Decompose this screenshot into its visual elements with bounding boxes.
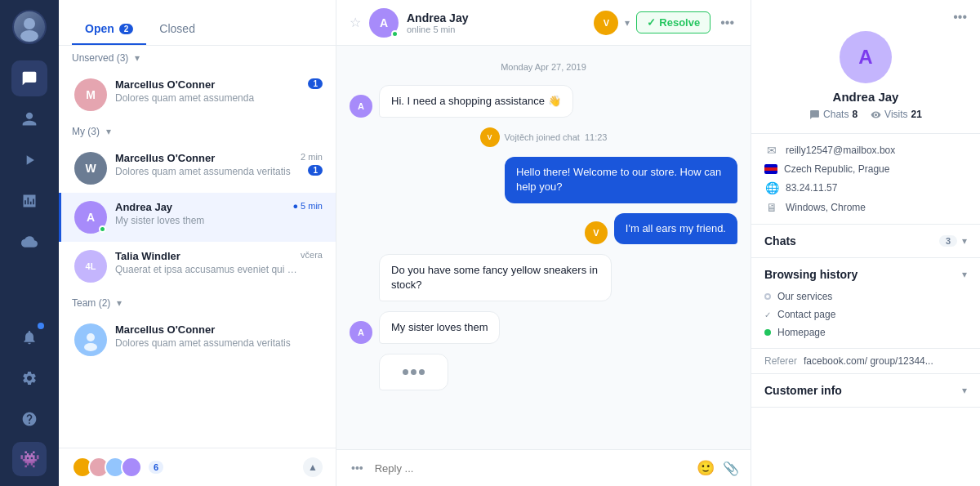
email-icon: ✉ [764, 144, 779, 157]
rp-chats-badge: 3 [939, 235, 957, 247]
resolve-label: Resolve [659, 16, 700, 29]
sidebar-logo[interactable] [12, 10, 47, 44]
rp-ip: 83.24.11.57 [786, 182, 837, 194]
chat-contact-status: online 5 min [407, 25, 586, 34]
rp-browsing-header[interactable]: Browsing history [751, 258, 980, 291]
section-my[interactable]: My (3) ▾ [59, 119, 336, 144]
flag-icon [764, 164, 777, 174]
msg-avatar-m6: A [350, 321, 372, 344]
section-team[interactable]: Team (2) ▾ [59, 291, 336, 315]
conv-info-c4: Talia Windler Quaerat et ipsa accusamus … [115, 250, 301, 275]
star-button[interactable]: ☆ [350, 15, 361, 30]
emoji-button[interactable]: 🙂 [697, 459, 715, 477]
conv-item-c3[interactable]: A Andrea Jay My sister loves them ● 5 mi… [59, 193, 336, 242]
conv-name-c5: Marcellus O'Conner [115, 323, 323, 336]
referer-value: facebook.com/ group/12344... [804, 355, 933, 367]
conv-unread-c1: 1 [308, 78, 323, 89]
history-label-3: Homepage [777, 327, 826, 338]
rp-chats-header[interactable]: Chats 3 [751, 225, 980, 257]
input-tools-button[interactable]: ••• [348, 458, 367, 478]
desktop-icon: 🖥 [764, 201, 779, 214]
msg-text-m4: I'm all ears my friend. [626, 222, 726, 234]
agent-chevron[interactable]: ▾ [625, 17, 630, 29]
sidebar-item-bell[interactable] [11, 319, 47, 355]
rp-stat-visits: Visits 21 [871, 109, 922, 120]
tab-closed[interactable]: Closed [146, 14, 208, 45]
chat-more-button[interactable]: ••• [717, 12, 737, 33]
rp-browsing-chevron [962, 269, 967, 280]
conv-info-c3: Andrea Jay My sister loves them [115, 201, 292, 226]
conversation-list: Unserved (3) ▾ M Marcellus O'Conner Dolo… [59, 46, 336, 448]
rp-customer-section: Customer info [751, 374, 980, 408]
rp-chats-count: 8 [852, 109, 858, 120]
section-unserved-chevron: ▾ [135, 52, 140, 64]
sidebar-item-contacts[interactable] [11, 101, 47, 137]
sidebar-item-cloud[interactable] [11, 224, 47, 260]
conv-item-c1[interactable]: M Marcellus O'Conner Dolores quam amet a… [59, 70, 336, 119]
rp-visits-label: Visits [884, 109, 907, 120]
section-my-chevron: ▾ [106, 126, 111, 137]
conv-preview-c2: Dolores quam amet assumenda veritatis [115, 166, 301, 177]
rp-chats-section: Chats 3 [751, 225, 980, 258]
rp-header: ••• [751, 0, 980, 25]
section-unserved[interactable]: Unserved (3) ▾ [59, 46, 336, 70]
chat-header-actions: V ▾ ✓ Resolve ••• [594, 11, 737, 35]
conv-item-c5[interactable]: Marcellus O'Conner Dolores quam amet ass… [59, 315, 336, 364]
rp-more-button[interactable]: ••• [953, 10, 967, 25]
msg-bubble-m6: My sister loves them [379, 311, 500, 344]
section-team-label: Team (2) [72, 297, 110, 309]
history-item-1: Our services [764, 291, 967, 302]
rp-browsing-title: Browsing history [764, 268, 858, 281]
typing-dot-2 [411, 369, 416, 375]
sidebar-item-help[interactable] [11, 401, 47, 437]
resolve-checkmark: ✓ [647, 16, 656, 29]
msg-bubble-m3: Hello there! Welcome to our store. How c… [505, 157, 737, 203]
svg-point-1 [20, 30, 38, 42]
chat-online-dot [391, 30, 399, 38]
msg-avatar-m1: A [350, 95, 372, 118]
conv-time-c4: včera [301, 250, 323, 260]
resolve-button[interactable]: ✓ Resolve [636, 11, 710, 33]
msg-bubble-m1: Hi. I need a shopping assistance 👋 [379, 85, 573, 118]
conv-item-c4[interactable]: 4L Talia Windler Quaerat et ipsa accusam… [59, 242, 336, 291]
sidebar-item-play[interactable] [11, 142, 47, 178]
reply-input[interactable] [375, 462, 688, 475]
message-m3: Hello there! Welcome to our store. How c… [350, 157, 737, 203]
rp-chats-label: Chats [823, 109, 849, 120]
rp-customer-header[interactable]: Customer info [751, 374, 980, 407]
conv-meta-c3: ● 5 min [292, 201, 323, 211]
sidebar-item-settings[interactable] [11, 360, 47, 396]
chat-input-bar: ••• 🙂 📎 [336, 449, 751, 486]
section-team-chevron: ▾ [117, 297, 122, 309]
sidebar-footer-logo[interactable]: 👾 [12, 442, 47, 476]
collapse-footer-button[interactable]: ▲ [303, 457, 323, 477]
conv-item-c2[interactable]: W Marcellus O'Conner Dolores quam amet a… [59, 144, 336, 193]
rp-visits-count: 21 [911, 109, 922, 120]
rp-ip-row: 🌐 83.24.11.57 [764, 181, 967, 194]
attach-button[interactable]: 📎 [723, 461, 739, 476]
referer-row: Referer facebook.com/ group/12344... [751, 349, 980, 374]
conv-avatar-c4: 4L [74, 250, 107, 283]
rp-location: Czech Republic, Prague [784, 163, 889, 175]
bell-notification-badge [38, 323, 44, 329]
svg-point-2 [87, 333, 95, 341]
message-m4: I'm all ears my friend. V [350, 213, 737, 244]
rp-chats-chevron [962, 235, 967, 247]
assigned-agent-badge[interactable]: V [594, 11, 618, 35]
sidebar-item-chat[interactable] [11, 60, 47, 96]
conversation-tabs: Open 2 Closed [59, 0, 336, 46]
msg-avatar-m4: V [585, 221, 608, 244]
right-panel: ••• A Andrea Jay Chats 8 Visits 21 ✉ rei… [751, 0, 980, 486]
tab-open[interactable]: Open 2 [72, 14, 146, 45]
agent-count-badge: 6 [149, 461, 163, 474]
tab-open-label: Open [85, 22, 114, 35]
globe-icon: 🌐 [764, 181, 779, 194]
date-divider: Monday Apr 27, 2019 [350, 62, 737, 72]
message-m5: A Do you have some fancy yellow sneakers… [350, 254, 737, 301]
conv-avatar-c5 [74, 323, 107, 356]
history-label-1: Our services [777, 291, 832, 302]
history-dot-3 [764, 329, 771, 336]
typing-dot-1 [403, 369, 408, 375]
sidebar-item-reports[interactable] [11, 183, 47, 219]
typing-bubble [379, 354, 448, 390]
